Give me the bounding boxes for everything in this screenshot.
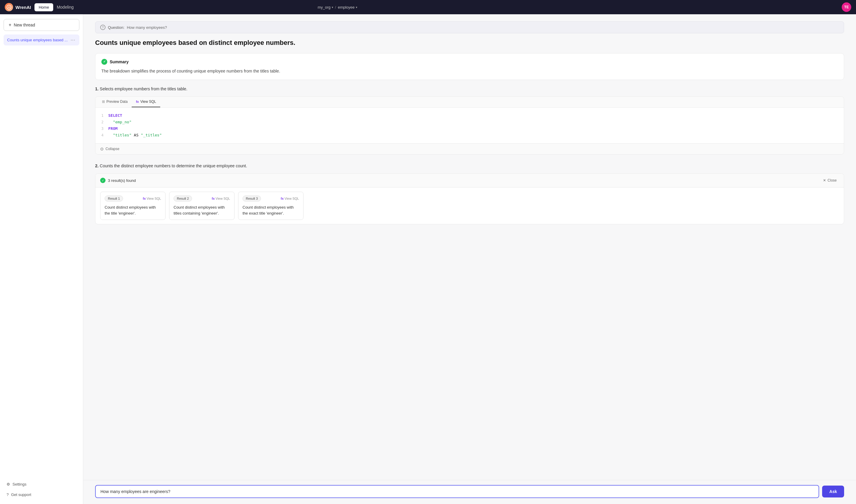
fx-icon-1: fx: [136, 100, 139, 103]
dataset-selector: my_org ▾ / employee ▾: [318, 5, 357, 10]
result-1-badge: Result 1: [105, 196, 123, 201]
avatar[interactable]: TE: [842, 2, 851, 12]
code-container-1: ⊞ Preview Data fx View SQL 1SELECT 2 "em…: [95, 96, 844, 155]
preview-table-icon: ⊞: [102, 100, 105, 104]
org-chevron-icon: ▾: [332, 6, 333, 9]
support-link[interactable]: ? Get support: [3, 490, 79, 499]
answer-title: Counts unique employees based on distinc…: [95, 39, 844, 47]
step-1-title: 1. Selects employee numbers from the tit…: [95, 86, 844, 92]
result-1-text: Count distinct employees with the title …: [105, 204, 161, 216]
collapse-icon: ⊙: [100, 146, 104, 151]
results-count: 3 result(s) found: [108, 178, 136, 183]
logo-icon: [5, 3, 13, 11]
chat-input[interactable]: [95, 485, 819, 498]
step-2: 2. Counts the distinct employee numbers …: [95, 163, 844, 224]
step-1-text: Selects employee numbers from the titles…: [100, 87, 188, 91]
question-bar: ? Question: How many employees?: [95, 21, 844, 33]
thread-item-text: Counts unique employees based ...: [7, 38, 70, 42]
step-1: 1. Selects employee numbers from the tit…: [95, 86, 844, 155]
dataset-chevron-icon: ▾: [356, 6, 357, 9]
main-layout: + New thread Counts unique employees bas…: [0, 14, 856, 504]
step-2-number: 2.: [95, 163, 99, 168]
sidebar: + New thread Counts unique employees bas…: [0, 14, 83, 504]
brand-name: WrenAI: [16, 5, 31, 10]
result-2-view-sql[interactable]: fx View SQL: [212, 197, 230, 200]
breadcrumb-separator: /: [335, 5, 336, 10]
result-card-2-header: Result 2 fx View SQL: [174, 196, 230, 201]
content-scroll: ? Question: How many employees? Counts u…: [83, 14, 856, 480]
step-2-title: 2. Counts the distinct employee numbers …: [95, 163, 844, 169]
sidebar-bottom: ⚙ Settings ? Get support: [3, 480, 79, 499]
dataset-selector-item[interactable]: employee ▾: [338, 5, 357, 10]
preview-data-tab[interactable]: ⊞ Preview Data: [98, 96, 132, 107]
input-area: Ask: [83, 480, 856, 504]
sql-code-1: 1SELECT 2 "emp_no" 3FROM 4 "titles" AS "…: [95, 108, 844, 143]
result-3-view-sql[interactable]: fx View SQL: [281, 197, 299, 200]
settings-icon: ⚙: [6, 482, 10, 486]
results-check-icon: ✓: [100, 178, 106, 183]
fx-icon-r1: fx: [143, 197, 146, 200]
logo: WrenAI: [5, 3, 31, 11]
collapse-label: Collapse: [106, 147, 120, 151]
close-icon: ✕: [823, 178, 826, 182]
support-icon: ?: [6, 492, 8, 497]
result-3-badge: Result 3: [243, 196, 261, 201]
summary-label: Summary: [110, 59, 129, 64]
settings-link[interactable]: ⚙ Settings: [3, 480, 79, 489]
close-label: Close: [827, 178, 837, 182]
result-card-3-header: Result 3 fx View SQL: [243, 196, 299, 201]
top-nav: WrenAI Home Modeling my_org ▾ / employee…: [0, 0, 856, 14]
results-header: ✓ 3 result(s) found ✕ Close: [95, 174, 844, 187]
results-found: ✓ 3 result(s) found: [100, 178, 136, 183]
result-2-text: Count distinct employees with titles con…: [174, 204, 230, 216]
view-sql-label: View SQL: [140, 100, 156, 104]
result-3-text: Count distinct employees with the exact …: [243, 204, 299, 216]
result-card-3[interactable]: Result 3 fx View SQL Count distinct empl…: [238, 192, 303, 220]
main-content: ? Question: How many employees? Counts u…: [83, 14, 856, 504]
result-card-1[interactable]: Result 1 fx View SQL Count distinct empl…: [100, 192, 165, 220]
check-circle-icon: ✓: [101, 59, 107, 65]
support-label: Get support: [11, 492, 31, 497]
fx-icon-r2: fx: [212, 197, 215, 200]
close-button[interactable]: ✕ Close: [821, 177, 839, 184]
new-thread-label: New thread: [14, 22, 35, 27]
fx-icon-r3: fx: [281, 197, 284, 200]
view-sql-tab[interactable]: fx View SQL: [132, 96, 160, 107]
thread-item[interactable]: Counts unique employees based ... ⋯: [3, 35, 79, 46]
result-1-view-sql[interactable]: fx View SQL: [143, 197, 161, 200]
thread-more-icon[interactable]: ⋯: [70, 37, 76, 43]
question-icon: ?: [100, 25, 106, 30]
summary-header: ✓ Summary: [101, 59, 838, 65]
modeling-nav-button[interactable]: Modeling: [57, 5, 74, 10]
collapse-button[interactable]: ⊙ Collapse: [95, 143, 844, 154]
step-2-text: Counts the distinct employee numbers to …: [100, 163, 247, 168]
code-tabs-1: ⊞ Preview Data fx View SQL: [95, 96, 844, 108]
result-card-2[interactable]: Result 2 fx View SQL Count distinct empl…: [169, 192, 234, 220]
results-cards: Result 1 fx View SQL Count distinct empl…: [95, 187, 844, 224]
dataset-name: employee: [338, 5, 355, 10]
home-nav-button[interactable]: Home: [35, 3, 53, 11]
org-selector[interactable]: my_org ▾: [318, 5, 333, 10]
ask-button[interactable]: Ask: [822, 486, 844, 498]
summary-section: ✓ Summary The breakdown simplifies the p…: [95, 53, 844, 80]
question-prefix: Question:: [108, 25, 125, 30]
settings-label: Settings: [13, 482, 26, 486]
plus-icon: +: [8, 22, 11, 28]
question-text: How many employees?: [127, 25, 167, 30]
result-2-badge: Result 2: [174, 196, 192, 201]
result-card-1-header: Result 1 fx View SQL: [105, 196, 161, 201]
preview-data-label: Preview Data: [106, 100, 127, 104]
org-name: my_org: [318, 5, 331, 10]
summary-text: The breakdown simplifies the process of …: [101, 68, 838, 74]
results-container: ✓ 3 result(s) found ✕ Close Result 1: [95, 173, 844, 224]
step-1-number: 1.: [95, 87, 99, 91]
new-thread-button[interactable]: + New thread: [3, 19, 79, 31]
